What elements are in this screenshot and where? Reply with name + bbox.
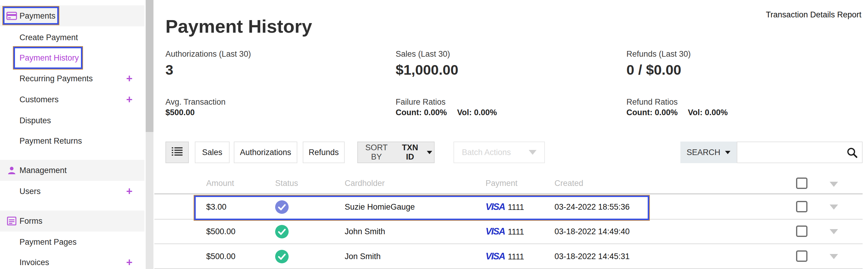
visa-logo: VISA <box>486 202 505 212</box>
table-row[interactable]: $500.00 John Smith VISA1111 03-18-2022 1… <box>154 219 863 244</box>
payment-cell: VISA1111 <box>486 244 524 268</box>
row-checkbox[interactable] <box>796 226 807 237</box>
cardholder-cell: John Smith <box>345 219 385 243</box>
expand-plus-icon[interactable]: + <box>126 73 132 84</box>
sidebar-item-users[interactable]: Users + <box>0 181 145 202</box>
column-header-amount[interactable]: Amount <box>206 179 234 188</box>
stat-subvalue-part: Count: 0.00% <box>396 108 447 117</box>
sidebar-item-label: Recurring Payments <box>20 74 93 83</box>
column-header-status[interactable]: Status <box>275 179 298 188</box>
select-all-checkbox[interactable] <box>796 178 807 189</box>
row-checkbox[interactable] <box>796 250 807 262</box>
sidebar: Payments Create Payment Payment History … <box>0 0 145 269</box>
sidebar-item-label: Customers <box>20 95 59 104</box>
created-cell: 03-18-2022 14:49:40 <box>555 219 630 243</box>
amount-cell: $3.00 <box>206 195 226 219</box>
column-header-cardholder[interactable]: Cardholder <box>345 179 385 188</box>
search-box <box>737 142 863 163</box>
created-cell: 03-24-2022 18:55:36 <box>555 195 630 219</box>
sidebar-item-label: Disputes <box>20 116 51 125</box>
row-dropdown-icon[interactable] <box>830 205 838 211</box>
sidebar-item-customers[interactable]: Customers + <box>0 89 145 110</box>
transaction-details-report-link[interactable]: Transaction Details Report <box>766 10 861 20</box>
sidebar-item-payment-history[interactable]: Payment History <box>0 48 145 68</box>
column-header-created[interactable]: Created <box>555 179 583 188</box>
sidebar-item-create-payment[interactable]: Create Payment <box>0 27 145 48</box>
row-checkbox[interactable] <box>796 201 807 212</box>
sidebar-item-disputes[interactable]: Disputes <box>0 110 145 131</box>
visa-logo: VISA <box>486 226 505 237</box>
stat-subvalue-part: $500.00 <box>165 108 195 117</box>
sort-by-value: TXN ID <box>397 143 423 162</box>
sort-by-dropdown[interactable]: SORT BY TXN ID <box>357 142 435 163</box>
status-approved-icon <box>275 225 289 238</box>
stat-value: 0 / $0.00 <box>626 61 681 78</box>
sidebar-item-forms[interactable]: Forms <box>0 211 145 232</box>
list-view-button[interactable] <box>165 142 189 163</box>
sidebar-item-payment-pages[interactable]: Payment Pages <box>0 232 145 252</box>
sidebar-item-label: Payment Pages <box>20 238 77 247</box>
card-last4: 1111 <box>508 227 524 236</box>
sidebar-item-payment-returns[interactable]: Payment Returns <box>0 130 145 151</box>
expand-plus-icon[interactable]: + <box>126 257 132 268</box>
created-cell: 03-18-2022 14:45:31 <box>555 244 630 268</box>
scrollbar-thumb[interactable] <box>146 0 153 132</box>
sidebar-item-label: Invoices <box>20 258 49 267</box>
card-last4: 1111 <box>508 252 524 261</box>
stat-subvalue-part: Vol: 0.00% <box>457 108 497 117</box>
status-approved-icon <box>275 250 289 263</box>
form-icon <box>6 216 17 226</box>
amount-cell: $500.00 <box>206 244 236 268</box>
filter-refunds-button[interactable]: Refunds <box>303 142 345 163</box>
search-input[interactable] <box>740 143 846 161</box>
stat-subvalue: Count: 0.00% Vol: 0.00% <box>626 108 728 117</box>
chevron-down-icon <box>427 151 432 154</box>
search-field-dropdown[interactable]: SEARCH <box>680 142 737 163</box>
stat-value: $1,000.00 <box>396 61 458 78</box>
stat-sublabel: Refund Ratios <box>626 97 678 107</box>
payment-history-page: Payments Create Payment Payment History … <box>0 0 868 269</box>
filter-sales-button[interactable]: Sales <box>195 142 229 163</box>
cardholder-cell: Suzie HomieGauge <box>345 195 415 219</box>
row-dropdown-icon[interactable] <box>830 254 838 260</box>
payment-cell: VISA1111 <box>486 219 524 243</box>
column-header-payment[interactable]: Payment <box>486 179 518 188</box>
person-icon <box>6 166 17 175</box>
sort-by-label: SORT BY <box>360 143 393 162</box>
expand-plus-icon[interactable]: + <box>126 186 132 197</box>
search-icon[interactable] <box>846 147 858 159</box>
stat-label: Sales (Last 30) <box>396 50 450 59</box>
list-view-icon <box>172 147 183 158</box>
credit-card-icon <box>6 11 17 20</box>
stat-sublabel: Failure Ratios <box>396 97 446 107</box>
sidebar-item-recurring-payments[interactable]: Recurring Payments + <box>0 68 145 89</box>
sidebar-item-label: Payments <box>20 11 56 21</box>
sidebar-item-label: Forms <box>20 216 42 226</box>
sidebar-item-invoices[interactable]: Invoices + <box>0 252 145 269</box>
header-dropdown-icon[interactable] <box>830 182 838 188</box>
filter-authorizations-button[interactable]: Authorizations <box>234 142 297 163</box>
table-row[interactable]: $3.00 Suzie HomieGauge VISA1111 03-24-20… <box>154 195 863 219</box>
search-dropdown-label: SEARCH <box>687 148 720 157</box>
row-dropdown-icon[interactable] <box>830 229 838 235</box>
sidebar-item-label: Payment History <box>20 53 79 63</box>
cardholder-cell: Jon Smith <box>345 244 381 268</box>
batch-actions-dropdown: Batch Actions <box>454 142 545 163</box>
stat-sublabel: Avg. Transaction <box>165 97 226 107</box>
sidebar-item-management[interactable]: Management <box>0 160 145 181</box>
table-header-row: Amount Status Cardholder Payment Created <box>154 174 863 194</box>
stat-label: Refunds (Last 30) <box>626 50 691 59</box>
stat-label: Authorizations (Last 30) <box>165 50 251 59</box>
table-row[interactable]: $500.00 Jon Smith VISA1111 03-18-2022 14… <box>154 244 863 269</box>
card-last4: 1111 <box>508 203 524 212</box>
stat-subvalue: Count: 0.00% Vol: 0.00% <box>396 108 497 117</box>
page-title: Payment History <box>165 16 312 37</box>
sidebar-item-label: Create Payment <box>20 33 78 42</box>
sidebar-item-label: Management <box>20 166 67 175</box>
stat-subvalue-part: Vol: 0.00% <box>688 108 728 117</box>
sidebar-scrollbar[interactable] <box>146 0 153 269</box>
sidebar-item-label: Users <box>20 187 41 196</box>
status-approved-icon <box>275 200 289 214</box>
sidebar-item-payments[interactable]: Payments <box>0 5 145 26</box>
expand-plus-icon[interactable]: + <box>126 94 132 105</box>
